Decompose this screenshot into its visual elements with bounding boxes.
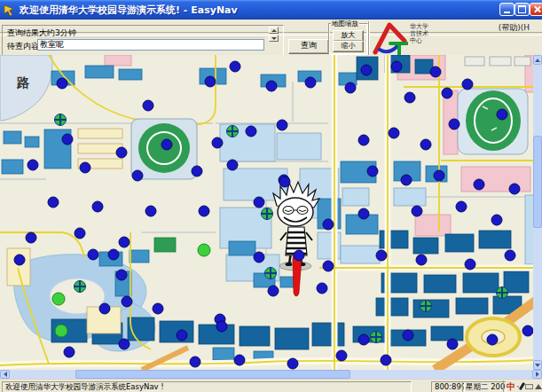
- map-marker-blue[interactable]: [294, 250, 304, 261]
- map-marker-blue[interactable]: [254, 252, 264, 263]
- campus-map[interactable]: 路: [0, 55, 533, 370]
- map-marker-blue[interactable]: [287, 358, 298, 369]
- scroll-down-button[interactable]: [533, 360, 542, 370]
- map-marker-blue[interactable]: [199, 206, 209, 216]
- map-marker-blue[interactable]: [277, 120, 287, 130]
- map-marker-blue[interactable]: [497, 109, 507, 120]
- map-marker-blue[interactable]: [143, 100, 153, 111]
- map-marker-blue[interactable]: [381, 355, 391, 365]
- map-marker-blue[interactable]: [462, 79, 473, 90]
- map-marker-blue[interactable]: [317, 283, 327, 294]
- map-marker-blue[interactable]: [230, 61, 240, 72]
- scroll-right-button[interactable]: [532, 370, 542, 379]
- map-marker-blue[interactable]: [474, 179, 484, 190]
- map-marker-blue[interactable]: [358, 208, 369, 219]
- map-marker-blue[interactable]: [434, 170, 444, 181]
- map-marker-blue[interactable]: [62, 134, 73, 145]
- map-marker-blue[interactable]: [442, 88, 452, 98]
- map-marker-blue[interactable]: [465, 259, 475, 270]
- vertical-scrollbar[interactable]: [533, 55, 542, 370]
- zoom-out-button[interactable]: 缩小: [333, 41, 364, 52]
- map-marker-blue[interactable]: [246, 126, 256, 137]
- map-marker-blue[interactable]: [345, 82, 356, 93]
- map-marker-blue[interactable]: [75, 228, 85, 239]
- map-marker-blue[interactable]: [190, 357, 200, 367]
- map-marker-blue[interactable]: [509, 184, 520, 194]
- horizontal-scroll-thumb[interactable]: [75, 370, 350, 379]
- map-marker-blue[interactable]: [254, 197, 264, 208]
- map-marker-blue[interactable]: [145, 206, 156, 216]
- map-marker-blue[interactable]: [412, 206, 422, 216]
- map-marker-blue[interactable]: [522, 325, 533, 336]
- vertical-scroll-thumb[interactable]: [533, 136, 542, 228]
- map-marker-blue[interactable]: [279, 176, 290, 187]
- map-marker-blue[interactable]: [116, 147, 127, 158]
- map-marker-blue[interactable]: [405, 92, 415, 103]
- map-marker-blue[interactable]: [323, 261, 334, 271]
- map-marker-blue[interactable]: [57, 78, 67, 89]
- map-marker-blue[interactable]: [48, 197, 59, 208]
- map-marker-blue[interactable]: [80, 162, 90, 173]
- map-marker-blue[interactable]: [416, 255, 427, 265]
- map-marker-blue[interactable]: [132, 170, 143, 181]
- map-marker-blue[interactable]: [376, 250, 387, 261]
- map-marker-blue[interactable]: [227, 160, 238, 170]
- map-marker-blue[interactable]: [234, 355, 245, 365]
- map-marker-blue[interactable]: [122, 296, 132, 307]
- map-marker-blue[interactable]: [336, 350, 347, 361]
- map-marker-blue[interactable]: [119, 339, 130, 349]
- ime-indicator-icon[interactable]: 中: [507, 381, 515, 391]
- map-marker-blue[interactable]: [505, 250, 515, 261]
- map-marker-blue[interactable]: [449, 119, 460, 129]
- map-marker-blue[interactable]: [212, 137, 223, 148]
- map-marker-blue[interactable]: [216, 321, 227, 332]
- map-marker-blue[interactable]: [27, 160, 38, 170]
- map-marker-blue[interactable]: [99, 303, 110, 314]
- map-marker-blue[interactable]: [64, 347, 75, 357]
- scroll-up-button[interactable]: [533, 55, 542, 65]
- eject-icon[interactable]: [535, 384, 542, 389]
- map-marker-blue[interactable]: [266, 81, 277, 91]
- restore-button[interactable]: [515, 3, 530, 16]
- minimize-button[interactable]: [499, 3, 515, 16]
- map-marker-blue[interactable]: [116, 270, 127, 280]
- map-marker-blue[interactable]: [491, 215, 502, 225]
- close-button[interactable]: [530, 3, 542, 16]
- map-marker-blue[interactable]: [358, 135, 369, 145]
- map-marker-blue[interactable]: [358, 334, 369, 345]
- map-marker-blue[interactable]: [192, 166, 202, 176]
- map-marker-blue[interactable]: [403, 330, 413, 341]
- map-marker-blue[interactable]: [323, 219, 334, 230]
- map-marker-blue[interactable]: [430, 67, 441, 77]
- map-viewport[interactable]: 路: [0, 55, 533, 370]
- map-marker-blue[interactable]: [420, 139, 431, 150]
- map-marker-blue[interactable]: [119, 237, 130, 247]
- keyboard-icon[interactable]: [525, 384, 533, 389]
- map-marker-green[interactable]: [198, 244, 210, 256]
- map-marker-blue[interactable]: [26, 232, 36, 243]
- map-marker-green[interactable]: [55, 325, 67, 337]
- map-marker-blue[interactable]: [177, 330, 187, 341]
- map-marker-blue[interactable]: [92, 201, 103, 212]
- map-marker-blue[interactable]: [361, 65, 372, 75]
- map-marker-blue[interactable]: [205, 76, 216, 87]
- search-button[interactable]: 查询: [288, 39, 329, 54]
- map-marker-blue[interactable]: [487, 334, 498, 345]
- map-marker-blue[interactable]: [14, 255, 25, 265]
- map-marker-blue[interactable]: [268, 286, 279, 296]
- map-marker-blue[interactable]: [456, 201, 467, 212]
- map-marker-blue[interactable]: [447, 339, 458, 349]
- map-marker-blue[interactable]: [161, 139, 172, 150]
- map-marker-blue[interactable]: [389, 128, 399, 138]
- scroll-left-button[interactable]: [0, 370, 10, 379]
- map-marker-blue[interactable]: [88, 249, 98, 260]
- spinner-up-button[interactable]: [269, 27, 279, 34]
- horizontal-scrollbar[interactable]: [0, 370, 542, 379]
- spinner-down-button[interactable]: [269, 35, 279, 42]
- map-marker-blue[interactable]: [401, 175, 412, 185]
- map-marker-green[interactable]: [52, 293, 65, 305]
- map-marker-blue[interactable]: [305, 77, 316, 88]
- title-bar[interactable]: 欢迎使用清华大学校园导游演示系统! - EasyNav: [0, 0, 542, 20]
- query-input[interactable]: [37, 39, 264, 51]
- map-marker-blue[interactable]: [391, 61, 402, 72]
